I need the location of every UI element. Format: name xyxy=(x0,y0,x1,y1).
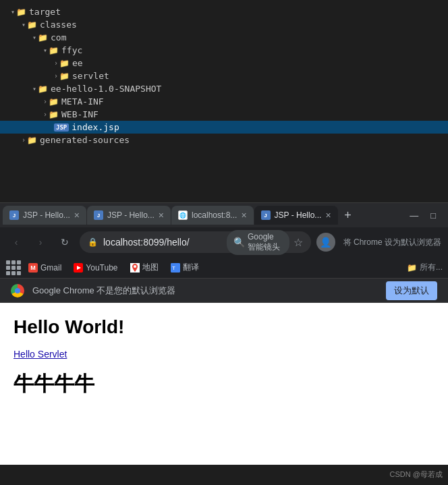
bookmark-label-youtube: YouTube xyxy=(86,263,117,273)
tree-item-classes[interactable]: ▾ 📁 classes xyxy=(0,18,448,31)
folder-icon: 📁 xyxy=(59,72,69,81)
chevron-icon: › xyxy=(22,136,26,144)
folder-icon: 📁 xyxy=(16,7,26,17)
chevron-icon: ▾ xyxy=(32,34,36,41)
tree-label: index.jsp xyxy=(72,122,119,132)
new-tab-button[interactable]: + xyxy=(339,206,358,225)
page-content: Hello World! Hello Servlet 牛牛牛牛 xyxy=(0,303,448,465)
tab-favicon-1: J xyxy=(9,210,19,220)
back-button[interactable]: ‹ xyxy=(7,233,26,252)
maximize-button[interactable]: □ xyxy=(426,209,440,222)
tree-item-index-jsp[interactable]: JSP index.jsp xyxy=(0,121,448,134)
folder-icon: 📁 xyxy=(407,263,417,273)
tree-label: ee xyxy=(72,58,83,68)
tree-item-ee[interactable]: › 📁 ee xyxy=(0,57,448,69)
tab-title-4: JSP - Hello... xyxy=(275,210,322,220)
tab-3[interactable]: 🌐 localhost:8... × xyxy=(171,206,254,225)
chevron-icon: › xyxy=(54,59,58,67)
folder-icon: 📁 xyxy=(38,33,48,42)
bookmarks-all[interactable]: 📁 所有... xyxy=(407,262,443,273)
folder-icon: 📁 xyxy=(49,46,59,55)
address-bar: ‹ › ↻ 🔒 🔍 Google 智能镜头 ☆ 👤 将 Chrome 设为默认浏… xyxy=(0,227,448,257)
bookmark-label-gmail: Gmail xyxy=(40,263,61,273)
bookmark-gmail[interactable]: M Gmail xyxy=(23,260,67,275)
forward-button[interactable]: › xyxy=(31,233,50,252)
tree-label: target xyxy=(29,7,61,17)
tree-item-generated[interactable]: › 📁 generated-sources xyxy=(0,134,448,146)
tab-title-1: JSP - Hello... xyxy=(23,210,70,220)
browser-chrome: J JSP - Hello... × J JSP - Hello... × 🌐 … xyxy=(0,202,448,303)
tab-favicon-3: 🌐 xyxy=(178,210,188,220)
hello-servlet-link[interactable]: Hello Servlet xyxy=(13,349,435,360)
tab-close-2[interactable]: × xyxy=(159,210,164,220)
chevron-icon: ▾ xyxy=(32,85,36,92)
folder-icon: 📁 xyxy=(27,136,37,145)
tree-item-com[interactable]: ▾ 📁 com xyxy=(0,31,448,44)
bookmark-star-icon[interactable]: ☆ xyxy=(293,236,303,249)
tab-bar: J JSP - Hello... × J JSP - Hello... × 🌐 … xyxy=(0,203,448,227)
chevron-icon: › xyxy=(54,72,58,80)
chevron-icon: ▾ xyxy=(43,47,47,54)
tree-label: WEB-INF xyxy=(61,109,99,119)
tab-title-2: JSP - Hello... xyxy=(107,210,155,220)
url-bar-right: 🔍 Google 智能镜头 ☆ xyxy=(227,230,303,255)
tree-item-web-inf[interactable]: › 📁 WEB-INF xyxy=(0,108,448,121)
tab-favicon-4: J xyxy=(261,210,271,220)
folder-icon: 📁 xyxy=(38,84,48,94)
profile-button[interactable]: 👤 xyxy=(316,233,335,252)
default-browser-notification: Google Chrome 不是您的默认浏览器 设为默认 xyxy=(0,279,448,303)
set-default-button[interactable]: 设为默认 xyxy=(386,281,437,300)
chevron-icon: ▾ xyxy=(22,21,26,28)
tab-title-3: localhost:8... xyxy=(192,210,237,220)
tab-2[interactable]: J JSP - Hello... × xyxy=(87,206,171,225)
minimize-button[interactable]: — xyxy=(405,209,422,222)
tab-close-1[interactable]: × xyxy=(74,210,80,220)
apps-grid xyxy=(6,260,21,275)
maps-favicon xyxy=(130,263,140,273)
folder-icon: 📁 xyxy=(27,20,37,30)
bookmark-translate[interactable]: T 翻译 xyxy=(165,259,204,276)
notification-text: Google Chrome 不是您的默认浏览器 xyxy=(32,285,378,297)
tab-4[interactable]: J JSP - Hello... × xyxy=(254,206,338,225)
bookmark-label-maps: 地图 xyxy=(142,262,159,273)
bookmark-label-translate: 翻译 xyxy=(183,262,199,273)
window-controls: — □ xyxy=(405,209,445,222)
svg-point-3 xyxy=(134,265,136,268)
bookmark-youtube[interactable]: YouTube xyxy=(68,260,123,275)
bookmark-maps[interactable]: 地图 xyxy=(125,259,164,276)
tree-item-ee-hello[interactable]: ▾ 📁 ee-hello-1.0-SNAPSHOT xyxy=(0,82,448,95)
tree-item-ffyc[interactable]: ▾ 📁 ffyc xyxy=(0,44,448,57)
tree-label: com xyxy=(51,32,66,42)
translate-favicon: T xyxy=(171,263,180,273)
folder-icon: 📁 xyxy=(59,59,69,68)
tab-close-3[interactable]: × xyxy=(241,210,246,220)
url-input[interactable] xyxy=(103,237,221,248)
jsp-badge: JSP xyxy=(54,123,69,132)
tab-close-4[interactable]: × xyxy=(325,210,331,220)
youtube-favicon xyxy=(74,263,83,273)
tree-label: classes xyxy=(40,20,77,30)
profile-icon: 👤 xyxy=(320,237,331,248)
lock-icon: 🔒 xyxy=(88,237,98,247)
apps-icon[interactable] xyxy=(5,260,22,276)
tree-item-meta-inf[interactable]: › 📁 META-INF xyxy=(0,95,448,108)
bookmarks-bar: M Gmail YouTube 地图 T 翻译 📁 所有... xyxy=(0,257,448,279)
ide-panel: ▾ 📁 target ▾ 📁 classes ▾ 📁 com ▾ 📁 ffyc … xyxy=(0,0,448,202)
url-bar[interactable]: 🔒 🔍 Google 智能镜头 ☆ xyxy=(80,231,311,253)
lens-label: Google 智能镜头 xyxy=(248,232,283,253)
google-lens-button[interactable]: 🔍 Google 智能镜头 xyxy=(227,230,289,255)
tree-item-target[interactable]: ▾ 📁 target xyxy=(0,5,448,18)
chevron-icon: › xyxy=(43,111,47,118)
tab-1[interactable]: J JSP - Hello... × xyxy=(3,206,86,225)
gmail-favicon: M xyxy=(28,263,38,273)
tree-label: servlet xyxy=(72,71,109,81)
tab-favicon-2: J xyxy=(94,210,103,220)
chrome-logo xyxy=(11,284,24,297)
tree-item-servlet[interactable]: › 📁 servlet xyxy=(0,69,448,82)
page-heading: Hello World! xyxy=(13,316,435,338)
tree-label: ee-hello-1.0-SNAPSHOT xyxy=(51,84,161,94)
tree-label: generated-sources xyxy=(40,135,130,145)
chevron-icon: › xyxy=(43,98,47,105)
set-default-note: 将 Chrome 设为默认浏览器 xyxy=(343,237,441,248)
refresh-button[interactable]: ↻ xyxy=(55,233,74,252)
